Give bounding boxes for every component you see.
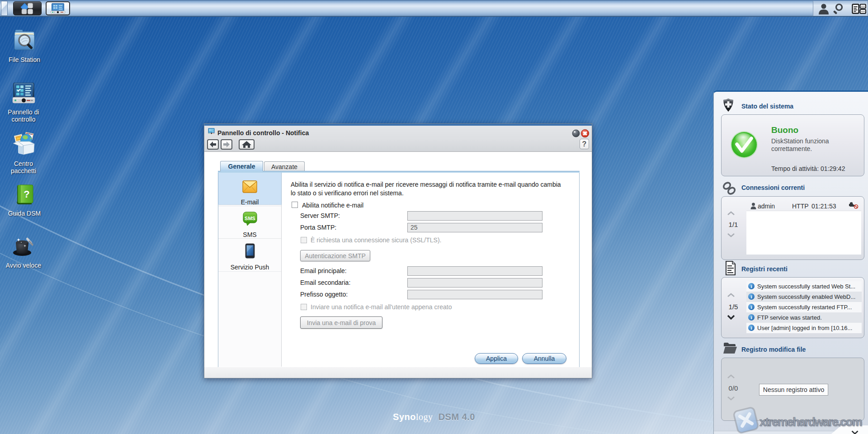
svg-text:?: ? bbox=[24, 189, 29, 200]
svg-text:SMS: SMS bbox=[245, 216, 255, 221]
